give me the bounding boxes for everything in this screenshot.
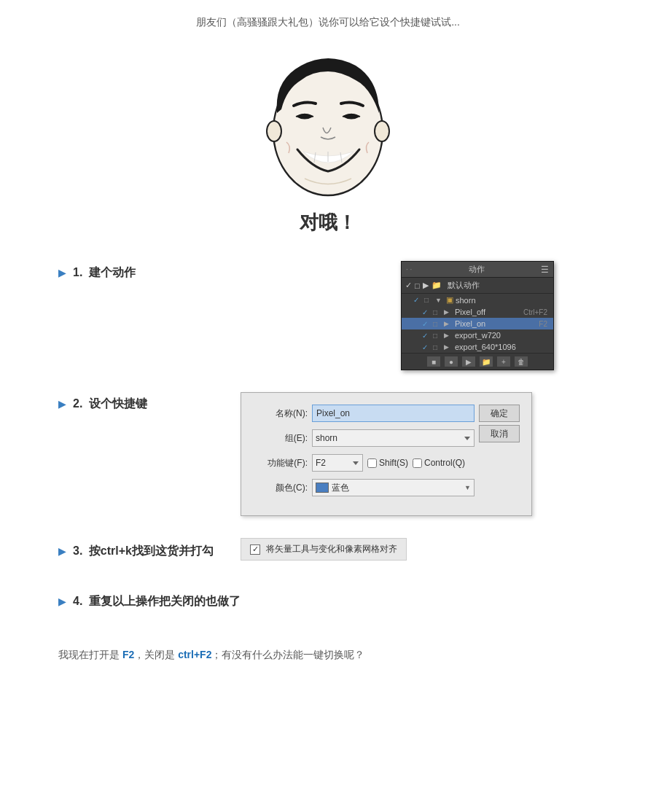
pixel-off-shortcut: Ctrl+F2 xyxy=(523,308,550,316)
meme-area xyxy=(58,36,598,197)
meme-face-image xyxy=(261,44,396,197)
shorn-name: shorn xyxy=(456,296,550,305)
export-res-toggle: □ xyxy=(433,343,442,351)
section-3-label: ▶ 3. 按ctrl+k找到这货并打勾 xyxy=(58,539,219,559)
group-label: 组(E): xyxy=(253,432,308,445)
align-checkbox[interactable]: ✓ xyxy=(250,544,260,555)
section-2-arrow: ▶ xyxy=(58,399,66,410)
shorn-expand[interactable]: ▼ xyxy=(435,297,444,304)
pixel-on-expand[interactable]: ▶ xyxy=(444,320,453,327)
bottom-mid: ，关闭是 xyxy=(134,649,178,660)
export-w720-name: export_w720 xyxy=(455,331,550,340)
page-container: 朋友们（高骚骚跟大礼包）说你可以给它设个快捷键试试... xyxy=(0,0,656,686)
bottom-f2: F2 xyxy=(122,649,134,660)
section-1-title: 1. 建个动作 xyxy=(73,265,136,281)
panel-toolbar: ✓ □ ▶ 📁 默认动作 xyxy=(402,278,553,294)
section-4-label: ▶ 4. 重复以上操作把关闭的也做了 xyxy=(58,590,241,609)
svg-point-1 xyxy=(267,121,281,141)
section-2-row: ▶ 2. 设个快捷键 名称(N): 组(E): xyxy=(58,392,598,516)
section-2-title: 2. 设个快捷键 xyxy=(73,397,147,412)
ok-button[interactable]: 确定 xyxy=(479,405,520,422)
pixel-off-expand[interactable]: ▶ xyxy=(444,308,453,316)
bottom-record-icon[interactable]: ● xyxy=(445,356,458,367)
toolbar-folder-icon[interactable]: 📁 xyxy=(432,281,442,290)
bottom-folder2-icon[interactable]: 📁 xyxy=(480,356,493,367)
pixel-off-name: Pixel_off xyxy=(455,308,521,316)
bottom-play-icon[interactable]: ▶ xyxy=(462,356,475,367)
section-2-label: ▶ 2. 设个快捷键 xyxy=(58,392,219,412)
section-3-arrow: ▶ xyxy=(58,546,66,557)
color-select-inner[interactable]: 蓝色 ▼ xyxy=(312,479,475,496)
export-w720-item[interactable]: ✓ □ ▶ export_w720 xyxy=(402,329,553,341)
panel-title-text: 动作 xyxy=(469,264,485,275)
panel-drag-dots: · · xyxy=(406,265,412,273)
bottom-end: ；有没有什么办法能一键切换呢？ xyxy=(211,649,364,660)
shift-checkbox[interactable] xyxy=(367,458,377,468)
shift-label: Shift(S) xyxy=(379,458,408,468)
dialog-color-row: 颜色(C): 蓝色 ▼ xyxy=(253,479,475,496)
toolbar-play-icon[interactable]: ▶ xyxy=(423,281,429,290)
color-select-text: 蓝色 xyxy=(332,482,461,494)
bottom-stop-icon[interactable]: ■ xyxy=(427,356,440,367)
pixel-on-item[interactable]: ✓ □ ▶ Pixel_on F2 xyxy=(402,318,553,329)
bottom-delete-icon[interactable]: 🗑 xyxy=(515,356,528,367)
section-1-arrow: ▶ xyxy=(58,268,66,278)
dialog-group-row: 组(E): shorn xyxy=(253,429,475,447)
export-res-name: export_640*1096 xyxy=(455,343,550,351)
panel-titlebar: · · 动作 ☰ xyxy=(402,262,553,278)
control-label: Control(Q) xyxy=(424,458,465,468)
toolbar-square-icon[interactable]: □ xyxy=(415,281,420,290)
group-select[interactable]: shorn xyxy=(312,429,475,447)
shorn-folder-icon: ▣ xyxy=(446,295,453,305)
shift-wrapper: Shift(S) xyxy=(367,458,408,468)
section-4-title: 4. 重复以上操作把关闭的也做了 xyxy=(73,594,241,609)
control-checkbox[interactable] xyxy=(413,458,422,468)
function-select[interactable]: F2 xyxy=(312,454,363,472)
export-w720-expand[interactable]: ▶ xyxy=(444,332,453,339)
top-text-area: 朋友们（高骚骚跟大礼包）说你可以给它设个快捷键试试... xyxy=(58,0,598,36)
action-dialog: 名称(N): 组(E): shorn 功能键(F): F2 xyxy=(241,392,532,516)
section-1-row: ▶ 1. 建个动作 · · 动作 ☰ ✓ □ ▶ 📁 xyxy=(58,257,598,370)
bottom-new-icon[interactable]: + xyxy=(497,356,510,367)
export-res-expand[interactable]: ▶ xyxy=(444,343,453,351)
dialog-function-row: 功能键(F): F2 Shift(S) Control(Q) xyxy=(253,454,475,472)
section-3-row: ▶ 3. 按ctrl+k找到这货并打勾 ✓ 将矢量工具与变化和像素网格对齐 xyxy=(58,538,598,561)
cancel-button[interactable]: 取消 xyxy=(479,425,520,442)
pixel-off-check: ✓ xyxy=(422,308,431,316)
bottom-pre: 我现在打开是 xyxy=(58,649,122,660)
bottom-text-area: 我现在打开是 F2，关闭是 ctrl+F2；有没有什么办法能一键切换呢？ xyxy=(58,631,598,686)
dialog-name-row: 名称(N): xyxy=(253,405,475,422)
export-w720-check: ✓ xyxy=(422,332,431,340)
toolbar-check-icon[interactable]: ✓ xyxy=(405,281,412,290)
pixel-off-item[interactable]: ✓ □ ▶ Pixel_off Ctrl+F2 xyxy=(402,306,553,318)
section-4-arrow: ▶ xyxy=(58,596,66,607)
panel-menu-icon[interactable]: ☰ xyxy=(541,265,549,275)
color-label: 颜色(C): xyxy=(253,482,308,494)
top-text: 朋友们（高骚骚跟大礼包）说你可以给它设个快捷键试试... xyxy=(196,16,460,28)
pixel-on-shortcut: F2 xyxy=(539,320,550,328)
name-input[interactable] xyxy=(312,405,475,422)
section-1-label: ▶ 1. 建个动作 xyxy=(58,261,219,281)
duioe-title: 对哦！ xyxy=(58,197,598,257)
pixel-on-toggle: □ xyxy=(433,320,442,328)
dialog-with-btns: 名称(N): 组(E): shorn 功能键(F): F2 xyxy=(253,405,520,504)
panel-bottom-toolbar: ■ ● ▶ 📁 + 🗑 xyxy=(402,353,553,370)
section-4-row: ▶ 4. 重复以上操作把关闭的也做了 xyxy=(58,590,598,609)
export-w720-toggle: □ xyxy=(433,332,442,340)
actions-area: · · 动作 ☰ ✓ □ ▶ 📁 默认动作 ✓ □ ▼ ▣ xyxy=(241,261,598,370)
bottom-ctrlf2: ctrl+F2 xyxy=(178,649,211,660)
color-swatch xyxy=(316,483,329,493)
shorn-check: ✓ xyxy=(413,296,422,304)
actions-panel: · · 动作 ☰ ✓ □ ▶ 📁 默认动作 ✓ □ ▼ ▣ xyxy=(401,261,554,370)
default-actions-label: 默认动作 xyxy=(448,280,480,291)
section-3-title: 3. 按ctrl+k找到这货并打勾 xyxy=(73,544,214,559)
export-res-check: ✓ xyxy=(422,343,431,351)
export-res-item[interactable]: ✓ □ ▶ export_640*1096 xyxy=(402,341,553,353)
name-label: 名称(N): xyxy=(253,407,308,420)
control-wrapper: Control(Q) xyxy=(413,458,465,468)
function-label: 功能键(F): xyxy=(253,457,308,469)
pixel-off-toggle: □ xyxy=(433,308,442,316)
dialog-fields: 名称(N): 组(E): shorn 功能键(F): F2 xyxy=(253,405,475,504)
color-arrow-icon: ▼ xyxy=(464,484,471,491)
shorn-group-item[interactable]: ✓ □ ▼ ▣ shorn xyxy=(402,294,553,306)
